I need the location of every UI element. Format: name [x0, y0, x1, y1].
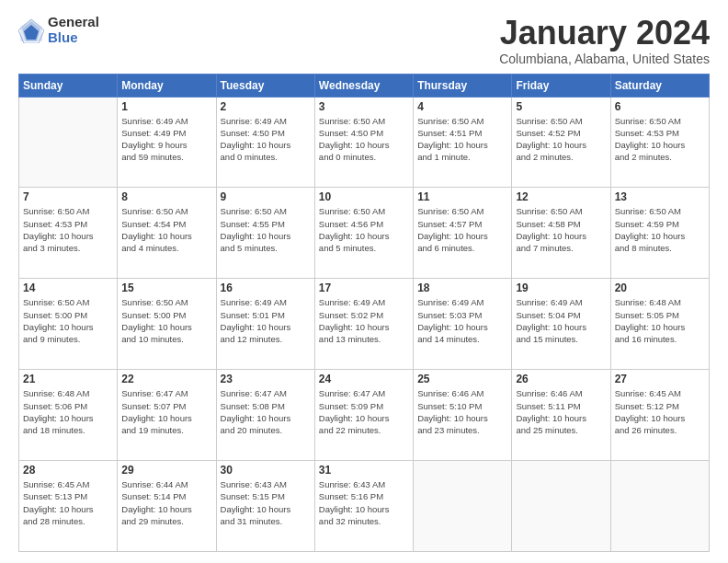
day-info: Sunrise: 6:46 AM Sunset: 5:11 PM Dayligh…: [516, 387, 606, 436]
day-info: Sunrise: 6:48 AM Sunset: 5:06 PM Dayligh…: [23, 387, 113, 436]
day-number: 29: [121, 464, 211, 477]
day-number: 25: [417, 373, 507, 385]
day-info: Sunrise: 6:47 AM Sunset: 5:08 PM Dayligh…: [221, 387, 311, 436]
table-row: 31Sunrise: 6:43 AM Sunset: 5:16 PM Dayli…: [314, 461, 413, 552]
table-row: 28Sunrise: 6:45 AM Sunset: 5:13 PM Dayli…: [19, 461, 118, 552]
day-number: 14: [23, 282, 113, 294]
day-number: 21: [23, 373, 113, 385]
table-row: 8Sunrise: 6:50 AM Sunset: 4:54 PM Daylig…: [118, 188, 216, 279]
header-thursday: Thursday: [414, 74, 512, 97]
day-info: Sunrise: 6:47 AM Sunset: 5:07 PM Dayligh…: [121, 387, 211, 436]
logo-text: General Blue: [48, 15, 99, 45]
table-row: 10Sunrise: 6:50 AM Sunset: 4:56 PM Dayli…: [314, 188, 413, 279]
day-info: Sunrise: 6:43 AM Sunset: 5:16 PM Dayligh…: [319, 478, 409, 527]
table-row: 13Sunrise: 6:50 AM Sunset: 4:59 PM Dayli…: [610, 188, 709, 279]
day-info: Sunrise: 6:46 AM Sunset: 5:10 PM Dayligh…: [417, 387, 507, 436]
table-row: 27Sunrise: 6:45 AM Sunset: 5:12 PM Dayli…: [610, 370, 709, 461]
day-info: Sunrise: 6:50 AM Sunset: 4:56 PM Dayligh…: [319, 205, 409, 254]
day-info: Sunrise: 6:44 AM Sunset: 5:14 PM Dayligh…: [121, 478, 211, 527]
day-info: Sunrise: 6:49 AM Sunset: 5:02 PM Dayligh…: [319, 296, 409, 345]
day-number: 8: [121, 190, 211, 203]
table-row: 30Sunrise: 6:43 AM Sunset: 5:15 PM Dayli…: [216, 461, 314, 552]
day-number: 7: [23, 190, 113, 203]
table-row: 25Sunrise: 6:46 AM Sunset: 5:10 PM Dayli…: [414, 370, 512, 461]
day-number: 4: [417, 100, 507, 113]
header: General Blue January 2024 Columbiana, Al…: [18, 15, 710, 66]
table-row: 6Sunrise: 6:50 AM Sunset: 4:53 PM Daylig…: [610, 97, 709, 188]
table-row: 1Sunrise: 6:49 AM Sunset: 4:49 PM Daylig…: [118, 97, 216, 188]
header-sunday: Sunday: [19, 74, 118, 97]
table-row: [19, 97, 118, 188]
day-info: Sunrise: 6:50 AM Sunset: 4:53 PM Dayligh…: [23, 205, 113, 254]
day-info: Sunrise: 6:50 AM Sunset: 4:55 PM Dayligh…: [221, 205, 311, 254]
day-number: 24: [319, 373, 409, 385]
day-number: 12: [516, 190, 606, 203]
day-info: Sunrise: 6:50 AM Sunset: 5:00 PM Dayligh…: [121, 296, 211, 345]
day-info: Sunrise: 6:50 AM Sunset: 4:58 PM Dayligh…: [516, 205, 606, 254]
table-row: 20Sunrise: 6:48 AM Sunset: 5:05 PM Dayli…: [610, 279, 709, 370]
table-row: [414, 461, 512, 552]
table-row: [512, 461, 610, 552]
header-wednesday: Wednesday: [314, 74, 413, 97]
day-info: Sunrise: 6:50 AM Sunset: 4:57 PM Dayligh…: [417, 205, 507, 254]
day-info: Sunrise: 6:48 AM Sunset: 5:05 PM Dayligh…: [615, 296, 705, 345]
table-row: 19Sunrise: 6:49 AM Sunset: 5:04 PM Dayli…: [512, 279, 610, 370]
day-number: 9: [221, 190, 311, 203]
table-row: 4Sunrise: 6:50 AM Sunset: 4:51 PM Daylig…: [414, 97, 512, 188]
logo: General Blue: [18, 15, 99, 45]
day-number: 6: [615, 100, 705, 113]
header-friday: Friday: [512, 74, 610, 97]
day-number: 2: [221, 100, 311, 113]
table-row: 2Sunrise: 6:49 AM Sunset: 4:50 PM Daylig…: [216, 97, 314, 188]
title-location: Columbiana, Alabama, United States: [499, 52, 710, 66]
day-info: Sunrise: 6:45 AM Sunset: 5:12 PM Dayligh…: [615, 387, 705, 436]
day-info: Sunrise: 6:50 AM Sunset: 4:52 PM Dayligh…: [516, 115, 606, 164]
day-number: 30: [221, 464, 311, 477]
day-number: 20: [615, 282, 705, 294]
day-number: 28: [23, 464, 113, 477]
day-number: 5: [516, 100, 606, 113]
day-number: 18: [417, 282, 507, 294]
day-number: 15: [121, 282, 211, 294]
day-info: Sunrise: 6:50 AM Sunset: 4:50 PM Dayligh…: [319, 115, 409, 164]
table-row: 3Sunrise: 6:50 AM Sunset: 4:50 PM Daylig…: [314, 97, 413, 188]
table-row: 21Sunrise: 6:48 AM Sunset: 5:06 PM Dayli…: [19, 370, 118, 461]
day-info: Sunrise: 6:50 AM Sunset: 5:00 PM Dayligh…: [23, 296, 113, 345]
day-info: Sunrise: 6:49 AM Sunset: 5:01 PM Dayligh…: [221, 296, 311, 345]
table-row: [610, 461, 709, 552]
logo-general-text: General: [48, 15, 99, 30]
logo-blue-text: Blue: [48, 30, 99, 46]
day-info: Sunrise: 6:49 AM Sunset: 5:03 PM Dayligh…: [417, 296, 507, 345]
table-row: 14Sunrise: 6:50 AM Sunset: 5:00 PM Dayli…: [19, 279, 118, 370]
day-info: Sunrise: 6:49 AM Sunset: 4:49 PM Dayligh…: [121, 115, 211, 164]
day-number: 26: [516, 373, 606, 385]
day-info: Sunrise: 6:45 AM Sunset: 5:13 PM Dayligh…: [23, 478, 113, 527]
header-tuesday: Tuesday: [216, 74, 314, 97]
day-info: Sunrise: 6:50 AM Sunset: 4:53 PM Dayligh…: [615, 115, 705, 164]
table-row: 11Sunrise: 6:50 AM Sunset: 4:57 PM Dayli…: [414, 188, 512, 279]
day-number: 31: [319, 464, 409, 477]
table-row: 24Sunrise: 6:47 AM Sunset: 5:09 PM Dayli…: [314, 370, 413, 461]
header-saturday: Saturday: [610, 74, 709, 97]
day-number: 13: [615, 190, 705, 203]
day-number: 23: [221, 373, 311, 385]
table-row: 5Sunrise: 6:50 AM Sunset: 4:52 PM Daylig…: [512, 97, 610, 188]
table-row: 22Sunrise: 6:47 AM Sunset: 5:07 PM Dayli…: [118, 370, 216, 461]
day-info: Sunrise: 6:50 AM Sunset: 4:54 PM Dayligh…: [121, 205, 211, 254]
table-row: 29Sunrise: 6:44 AM Sunset: 5:14 PM Dayli…: [118, 461, 216, 552]
table-row: 18Sunrise: 6:49 AM Sunset: 5:03 PM Dayli…: [414, 279, 512, 370]
day-number: 10: [319, 190, 409, 203]
table-row: 26Sunrise: 6:46 AM Sunset: 5:11 PM Dayli…: [512, 370, 610, 461]
calendar-header-row: Sunday Monday Tuesday Wednesday Thursday…: [19, 74, 710, 97]
day-info: Sunrise: 6:49 AM Sunset: 5:04 PM Dayligh…: [516, 296, 606, 345]
table-row: 15Sunrise: 6:50 AM Sunset: 5:00 PM Dayli…: [118, 279, 216, 370]
day-info: Sunrise: 6:50 AM Sunset: 4:51 PM Dayligh…: [417, 115, 507, 164]
header-monday: Monday: [118, 74, 216, 97]
day-number: 22: [121, 373, 211, 385]
day-number: 16: [221, 282, 311, 294]
calendar-table: Sunday Monday Tuesday Wednesday Thursday…: [18, 74, 710, 552]
logo-icon: [18, 17, 44, 43]
table-row: 9Sunrise: 6:50 AM Sunset: 4:55 PM Daylig…: [216, 188, 314, 279]
day-info: Sunrise: 6:47 AM Sunset: 5:09 PM Dayligh…: [319, 387, 409, 436]
day-info: Sunrise: 6:50 AM Sunset: 4:59 PM Dayligh…: [615, 205, 705, 254]
